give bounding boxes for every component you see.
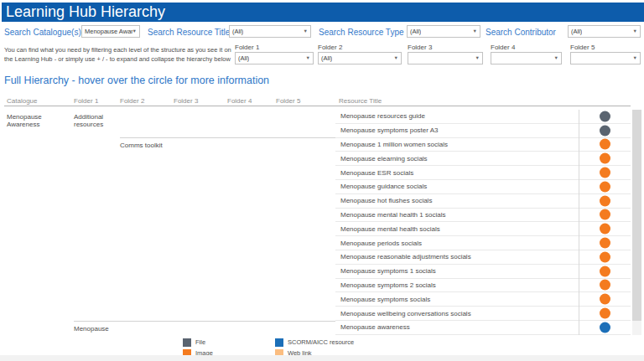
table-row[interactable]: Menopause wellbeing conversations social… bbox=[335, 307, 631, 321]
chevron-down-icon: ▼ bbox=[394, 56, 398, 61]
folder2-filter-label: Folder 2 bbox=[318, 44, 342, 51]
legend-item[interactable]: SCORM/AICC resource bbox=[275, 337, 367, 348]
group-divider bbox=[74, 321, 335, 322]
legend-label: SCORM/AICC resource bbox=[283, 338, 354, 346]
folder1-filter-dropdown[interactable]: (All) ▼ bbox=[235, 52, 314, 64]
folder2-filter-value: (All) bbox=[321, 54, 332, 62]
search-contributor-dropdown[interactable]: (All) ▼ bbox=[568, 25, 641, 38]
table-row[interactable]: Menopause awareness bbox=[335, 321, 631, 335]
chevron-down-icon: ▼ bbox=[304, 29, 308, 34]
folder5-filter-dropdown[interactable]: ▼ bbox=[570, 52, 641, 64]
resource-title: Menopause 1 million women socials bbox=[335, 141, 448, 148]
column-header-folder5: Folder 5 bbox=[276, 97, 300, 105]
resource-title: Menopause reasonable adjustments socials bbox=[335, 253, 471, 260]
resource-title: Menopause symptoms 2 socials bbox=[335, 281, 436, 289]
scrollbar-thumb[interactable] bbox=[632, 110, 641, 321]
column-header-folder3: Folder 3 bbox=[174, 97, 198, 105]
page-title: Learning Hub Hierarchy bbox=[2, 3, 165, 21]
folder4-filter-label: Folder 4 bbox=[491, 44, 515, 51]
table-row[interactable]: Menopause symptoms socials bbox=[335, 292, 631, 307]
chevron-down-icon: ▼ bbox=[633, 29, 637, 34]
resource-type-circle[interactable] bbox=[600, 195, 610, 206]
table-row[interactable]: Menopause 1 million women socials bbox=[335, 138, 631, 152]
folder1-filter-label: Folder 1 bbox=[235, 44, 259, 51]
table-row[interactable]: Menopause mental health 1 socials bbox=[335, 209, 631, 223]
table-row[interactable]: Menopause guidance socials bbox=[335, 180, 631, 194]
resource-type-circle[interactable] bbox=[600, 139, 610, 150]
resource-type-circle[interactable] bbox=[600, 209, 610, 220]
folder5-filter-label: Folder 5 bbox=[570, 44, 595, 51]
resource-type-circle[interactable] bbox=[600, 322, 610, 333]
folder2-filter-dropdown[interactable]: (All) ▼ bbox=[318, 52, 402, 64]
chevron-down-icon: ▼ bbox=[306, 56, 310, 61]
section-heading: Full Hierarchy - hover over the circle f… bbox=[4, 75, 269, 86]
resource-type-circle[interactable] bbox=[600, 294, 610, 305]
page-title-bar: Learning Hub Hierarchy bbox=[2, 3, 644, 22]
column-header-catalogue: Catalogue bbox=[7, 97, 37, 105]
resource-type-circle[interactable] bbox=[600, 280, 610, 291]
scrollbar-track[interactable] bbox=[632, 110, 641, 335]
resource-title: Menopause mental health socials bbox=[335, 225, 440, 233]
bottom-bar bbox=[0, 355, 644, 361]
resource-type-circle[interactable] bbox=[600, 251, 610, 262]
resource-title: Menopause periods socials bbox=[335, 240, 422, 247]
search-resource-type-value: (All) bbox=[410, 28, 421, 35]
search-resource-title-value: (All) bbox=[232, 28, 243, 35]
chevron-down-icon: ▼ bbox=[473, 29, 477, 34]
search-resource-type-label: Search Resource Type bbox=[319, 28, 404, 37]
folder3-filter-label: Folder 3 bbox=[408, 44, 432, 51]
resource-type-circle[interactable] bbox=[600, 125, 610, 136]
table-header-divider bbox=[4, 106, 631, 106]
resource-type-circle[interactable] bbox=[600, 224, 610, 235]
column-header-folder1: Folder 1 bbox=[74, 97, 98, 105]
table-row[interactable]: Menopause resources guide bbox=[335, 110, 631, 124]
circle-column-divider bbox=[579, 110, 579, 335]
legend-label: File bbox=[191, 338, 205, 346]
resource-type-circle[interactable] bbox=[600, 168, 610, 178]
resource-title: Menopause elearning socials bbox=[335, 155, 428, 162]
search-resource-title-label: Search Resource Title bbox=[148, 28, 230, 37]
resource-rows: Menopause resources guideMenopause sympt… bbox=[335, 110, 631, 335]
search-catalogues-label: Search Catalogue(s) bbox=[4, 28, 81, 37]
resource-title: Menopause guidance socials bbox=[335, 183, 427, 190]
resource-type-circle[interactable] bbox=[600, 111, 610, 121]
folder3-filter-dropdown[interactable]: ▼ bbox=[408, 52, 483, 64]
table-row[interactable]: Menopause ESR socials bbox=[335, 166, 631, 180]
folder1-cell-bottom[interactable]: Menopause bbox=[74, 325, 109, 333]
folder2-cell[interactable]: Comms toolkit bbox=[120, 142, 163, 149]
table-row[interactable]: Menopause mental health socials bbox=[335, 222, 631, 236]
column-header-folder4: Folder 4 bbox=[227, 97, 252, 105]
chevron-down-icon: ▼ bbox=[633, 56, 637, 61]
resource-title: Menopause hot flushes socials bbox=[335, 197, 432, 204]
table-row[interactable]: Menopause hot flushes socials bbox=[335, 194, 631, 209]
resource-type-circle[interactable] bbox=[600, 238, 610, 249]
table-row[interactable]: Menopause elearning socials bbox=[335, 152, 631, 166]
chevron-down-icon: ▼ bbox=[475, 56, 480, 61]
resource-title: Menopause mental health 1 socials bbox=[335, 211, 445, 219]
table-row[interactable]: Menopause periods socials bbox=[335, 236, 631, 250]
group-divider bbox=[120, 137, 335, 138]
table-row[interactable]: Menopause symptoms poster A3 bbox=[335, 124, 631, 138]
folder4-filter-dropdown[interactable]: ▼ bbox=[491, 52, 562, 64]
search-contributor-value: (All) bbox=[571, 28, 582, 35]
column-header-resource-title: Resource Title bbox=[339, 97, 382, 105]
search-resource-title-dropdown[interactable]: (All) ▼ bbox=[229, 25, 311, 38]
resource-type-circle[interactable] bbox=[600, 308, 610, 319]
resource-type-circle[interactable] bbox=[600, 153, 610, 164]
search-catalogues-dropdown[interactable]: Menopause Aware... ▼ bbox=[81, 25, 140, 38]
table-row[interactable]: Menopause symptoms 1 socials bbox=[335, 265, 631, 279]
table-row[interactable]: Menopause symptoms 2 socials bbox=[335, 279, 631, 293]
resource-type-circle[interactable] bbox=[600, 181, 610, 192]
legend-item[interactable]: File bbox=[183, 337, 275, 348]
search-resource-type-dropdown[interactable]: (All) ▼ bbox=[407, 25, 480, 38]
resource-title: Menopause resources guide bbox=[335, 112, 425, 120]
catalogue-cell[interactable]: Menopause Awareness bbox=[7, 113, 70, 128]
filter-instructions: You can find what you need by filtering … bbox=[4, 46, 232, 64]
chevron-down-icon: ▼ bbox=[554, 56, 558, 61]
resource-type-circle[interactable] bbox=[600, 266, 610, 276]
folder1-cell-top[interactable]: Additional resources bbox=[74, 113, 114, 128]
column-header-folder2: Folder 2 bbox=[120, 97, 144, 105]
resource-title: Menopause wellbeing conversations social… bbox=[335, 310, 471, 317]
search-contributor-label: Search Contributor bbox=[486, 28, 556, 37]
table-row[interactable]: Menopause reasonable adjustments socials bbox=[335, 250, 631, 265]
